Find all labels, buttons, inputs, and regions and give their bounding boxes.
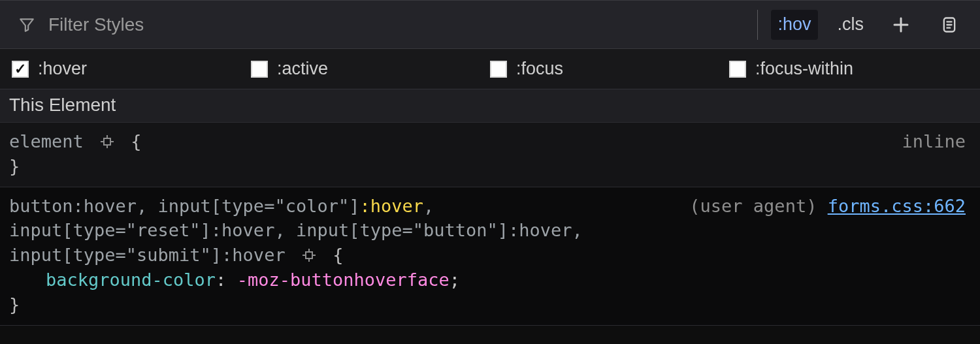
- section-this-element-heading: This Element: [0, 89, 980, 123]
- rule-origin: (user agent) forms.css:662: [689, 194, 966, 219]
- rule-selector[interactable]: element: [9, 131, 84, 151]
- funnel-icon: [18, 16, 35, 33]
- filter-wrap: [18, 14, 740, 36]
- rule-selector[interactable]: button:hover, input[type="color"]:hover,: [9, 196, 434, 216]
- svg-rect-1: [104, 138, 110, 145]
- highlight-selector-icon[interactable]: [301, 247, 317, 263]
- clipboard-icon: [940, 15, 958, 35]
- pseudo-focus-within-toggle[interactable]: :focus-within: [729, 59, 968, 79]
- pseudo-active-toggle[interactable]: :active: [251, 59, 490, 79]
- selector-fragment: ,: [423, 196, 434, 216]
- selector-fragment-matched: :hover: [359, 196, 423, 216]
- close-brace: }: [9, 156, 20, 176]
- checkbox-icon: [251, 61, 268, 78]
- pseudo-focus-toggle[interactable]: :focus: [490, 59, 729, 79]
- selector-fragment: button:hover, input[type="color"]: [9, 196, 359, 216]
- plus-icon: [891, 15, 911, 35]
- origin-user-agent-label: (user agent): [689, 196, 817, 216]
- open-brace: {: [131, 131, 141, 151]
- styles-panel: :hov .cls ✓ :hover :active: [0, 0, 980, 344]
- add-rule-button[interactable]: [883, 10, 919, 40]
- toolbar-separator: [757, 10, 758, 40]
- css-value[interactable]: -moz-buttonhoverface: [237, 270, 449, 290]
- rule-origin: inline: [902, 129, 966, 154]
- checkbox-icon: [729, 61, 746, 78]
- toggle-class-button[interactable]: .cls: [831, 10, 871, 40]
- pseudo-hover-toggle[interactable]: ✓ :hover: [12, 59, 251, 79]
- svg-rect-2: [306, 252, 312, 258]
- pseudo-class-row: ✓ :hover :active :focus :focus-within: [0, 49, 980, 89]
- open-brace: {: [333, 245, 343, 265]
- checkbox-icon: ✓: [12, 61, 29, 78]
- rule-selector-line[interactable]: input[type="reset"]:hover, input[type="b…: [9, 220, 583, 240]
- copy-changes-button[interactable]: [932, 10, 967, 40]
- css-rule[interactable]: inline element { }: [0, 123, 980, 187]
- pseudo-label: :active: [277, 59, 328, 79]
- css-rule[interactable]: (user agent) forms.css:662 button:hover,…: [0, 187, 980, 326]
- css-property[interactable]: background-color: [46, 270, 216, 290]
- checkbox-icon: [490, 61, 507, 78]
- pseudo-label: :hover: [38, 59, 87, 79]
- filter-styles-input[interactable]: [47, 14, 740, 36]
- pseudo-label: :focus-within: [755, 59, 853, 79]
- semicolon: ;: [449, 270, 460, 290]
- css-declaration[interactable]: background-color: -moz-buttonhoverface;: [9, 268, 968, 292]
- rule-selector-line[interactable]: input[type="submit"]:hover: [9, 245, 286, 265]
- pseudo-label: :focus: [516, 59, 563, 79]
- styles-toolbar: :hov .cls: [0, 1, 980, 49]
- toggle-pseudo-hov-button[interactable]: :hov: [771, 10, 817, 40]
- colon: :: [216, 270, 226, 290]
- origin-file-link[interactable]: forms.css:662: [828, 196, 966, 216]
- origin-inline-label: inline: [902, 131, 966, 151]
- highlight-selector-icon[interactable]: [99, 134, 115, 149]
- close-brace: }: [9, 294, 20, 315]
